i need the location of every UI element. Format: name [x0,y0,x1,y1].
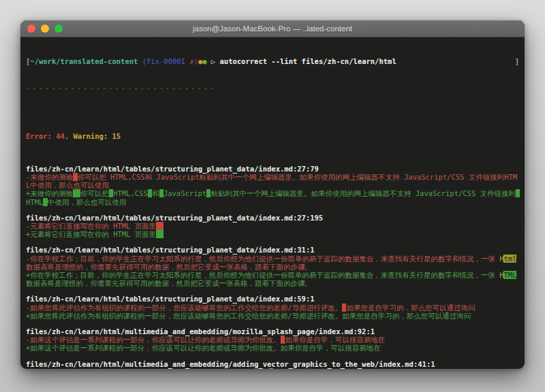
diff-highlight: TML [503,271,516,279]
diff-text: 如果你是自学，可以很容易地在 [285,336,385,344]
diff-text: -你在学校工作；目前，你的学生正在学习太阳系的行星，然后你想为他们提供一份简单的… [26,255,499,263]
warning-count: Warning: 15 [69,132,121,140]
diff-section: files/zh-cn/learn/html/tables/structurin… [26,165,519,206]
diff-highlight [156,230,164,238]
diff-text: 和 [152,189,159,197]
diff-text: 你可以把 [80,189,109,197]
diff-text: +如果您将此评估作为有组织的课程的一部分，您应该能够将您的工作交给您的老师/导师… [26,312,471,320]
git-branch: (fix-00001 [138,57,189,65]
diff-line-del: -为了让你清楚的认识到两者的区别，我们来一个例子，你可以在我们的 Github … [26,368,519,369]
diff-line-add: +你在学校工作；目前，你的学生正在学习太阳系的行星，然后你想为他们提供一份简单的… [26,271,519,287]
diff-highlight: tml [503,255,516,263]
titlebar[interactable]: jason@Jason-MacBook-Pro — ..lated-conten… [20,20,525,37]
diff-line-del: -如果这个评估是一系列课程的一部分，你应该可以让你的老师或导师为你批改。 如果你… [26,336,519,344]
terminal-output: files/zh-cn/learn/html/tables/structurin… [26,165,519,369]
file-location: files/zh-cn/learn/html/multimedia_and_em… [26,360,519,368]
diff-text: -元素将它们直接写在你的 HTML 页面里 [26,222,156,230]
diff-line-del: -如果您将此评估作为有组织的课程的一部分，您应该能够将您的工作交给您的老师/导师… [26,304,519,312]
progress-dots: .............................. [26,82,519,91]
diff-section: files/zh-cn/learn/html/tables/structurin… [26,295,519,320]
diff-text: +你在学校工作；目前，你的学生正在学习太阳系的行星，然后你想为他们提供一份简单的… [26,271,499,279]
diff-text: -为了让你清楚的认识到两者的区别，我们来一个例子，你可以在我们的 [26,368,256,369]
diff-text: HTML,CSS [113,189,148,197]
file-location: files/zh-cn/learn/html/tables/structurin… [26,295,519,303]
window-title: jason@Jason-MacBook-Pro — ..lated-conten… [20,24,525,33]
diff-text: -如果您将此评估作为有组织的课程的一部分，您应该能够将您的工作交给您的老师/导师… [26,304,342,312]
file-location: files/zh-cn/learn/html/tables/structurin… [26,165,519,173]
error-count: Error: 44, [26,132,69,140]
diff-highlight [156,222,164,230]
diff-text: -如果这个评估是一系列课程的一部分，你应该可以让你的老师或导师为你批改。 [26,336,281,344]
diff-section: files/zh-cn/learn/html/multimedia_and_em… [26,360,519,369]
terminal-window: jason@Jason-MacBook-Pro — ..lated-conten… [20,20,525,369]
file-location: files/zh-cn/learn/html/tables/structurin… [26,246,519,254]
diff-section: files/zh-cn/learn/html/multimedia_and_em… [26,327,519,353]
diff-highlight: Git [256,368,269,369]
diff-line-add: +来做你的测验 你可以把 HTML,CSS 和 JavaScript 粘贴到其中… [26,189,519,206]
diff-text: +元素将它们直接写在你的 HTML 页面里 [26,230,156,238]
diff-highlight [73,189,80,197]
diff-text: 仓库中在线查看这个例子： [282,368,372,369]
diff-text: JavaScript [164,189,206,197]
diff-line-del: -来做你的测验 你可以把 HTML,CSS和 JavaScript粘贴到其中一个… [26,173,519,189]
diff-text: -来做你的测验 [26,173,73,181]
diff-text: 你可以把 HTML,CSS和 JavaScript粘贴到其中一个网上编辑器里。如… [26,173,517,189]
blank-line [26,108,519,116]
diff-line-del: -元素将它们直接写在你的 HTML 页面里 [26,222,519,230]
diff-highlight [516,189,520,197]
diff-text: +如果这个评估是一系列课程的一部分，你应该可以让你的老师或导师为你批改。如果你是… [26,344,381,352]
diff-highlight: ub [273,368,282,369]
diff-text: 如果您是自学习的，那么您可以通过询问 [346,304,475,312]
diff-text: +来做你的测验 [26,189,73,197]
diff-text: HTML [26,198,43,206]
diff-line-add: +如果您将此评估作为有组织的课程的一部分，您应该能够将您的工作交给您的老师/导师… [26,312,519,320]
diff-line-add: +元素将它们直接写在你的 HTML 页面里 [26,230,519,238]
diff-line-add: +如果这个评估是一系列课程的一部分，你应该可以让你的老师或导师为你批改。如果你是… [26,344,519,352]
lint-summary: Error: 44, Warning: 15 [26,132,519,140]
prompt-arrow-icon: ▷ [207,57,220,65]
command-text: autocorrect --lint files/zh-cn/learn/htm… [220,57,396,65]
prompt-close-bracket: ] [515,57,519,65]
diff-text: 中使用，那么也可以使用 [48,198,127,206]
diff-line-del: -你在学校工作；目前，你的学生正在学习太阳系的行星，然后你想为他们提供一份简单的… [26,255,519,271]
diff-section: files/zh-cn/learn/html/tables/structurin… [26,214,519,239]
file-location: files/zh-cn/learn/html/tables/structurin… [26,214,519,222]
diff-section: files/zh-cn/learn/html/tables/structurin… [26,246,519,287]
terminal-screen[interactable]: [~/work/translated-content (fix-00001 ✗)… [20,37,525,369]
prompt-path: ~/work/translated-content [30,57,138,65]
prompt-line: [~/work/translated-content (fix-00001 ✗)… [26,57,519,65]
file-location: files/zh-cn/learn/html/multimedia_and_em… [26,327,519,336]
diff-text: 粘贴到其中一个网上编辑器里。如果你使用的网上编辑器不支持 JavaScript/… [211,189,516,197]
